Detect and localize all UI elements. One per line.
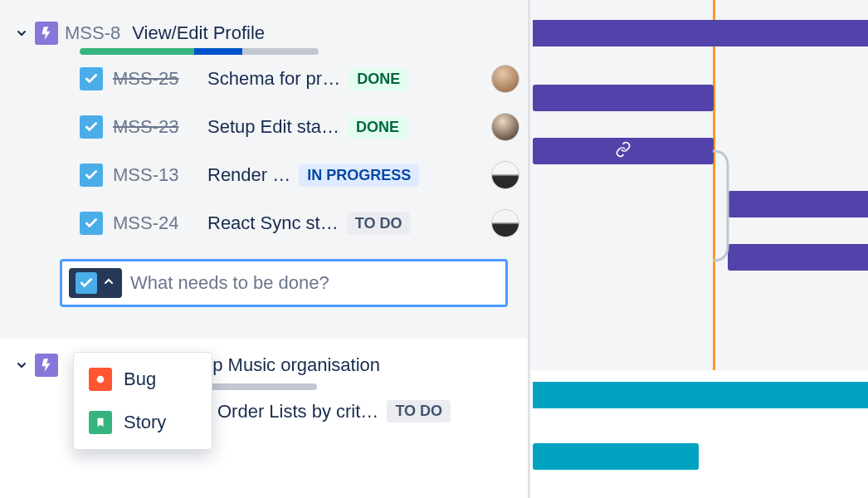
epic-icon [35, 22, 58, 45]
dropdown-item-bug[interactable]: Bug [74, 358, 212, 401]
dropdown-label: Story [124, 412, 166, 433]
bug-icon [89, 368, 112, 391]
issue-row[interactable]: MSS-23 Setup Edit sta… DONE [0, 103, 528, 151]
gantt-bar[interactable] [728, 191, 868, 217]
issue-title[interactable]: up Music organisation [202, 354, 380, 376]
expand-chevron-icon[interactable] [15, 359, 28, 372]
status-badge[interactable]: DONE [348, 116, 407, 139]
progress-bar [209, 383, 317, 390]
gantt-bar[interactable] [533, 138, 714, 164]
issue-key[interactable]: MSS-25 [113, 68, 193, 90]
issue-title[interactable]: View/Edit Profile [132, 22, 265, 44]
task-icon [80, 67, 103, 90]
gantt-bar[interactable] [533, 443, 699, 470]
gantt-bar[interactable] [728, 244, 868, 271]
epic-row[interactable]: MSS-8 View/Edit Profile [0, 17, 528, 50]
dependency-line [711, 149, 736, 262]
status-badge[interactable]: DONE [349, 68, 408, 90]
issue-title[interactable]: Order Lists by crit… [217, 401, 378, 422]
progress-bar [80, 48, 319, 55]
gantt-bar-epic[interactable] [533, 20, 868, 46]
status-badge[interactable]: TO DO [387, 400, 451, 422]
issue-type-dropdown[interactable]: Bug Story [73, 352, 212, 450]
progress-inprogress [194, 48, 242, 55]
progress-done [80, 48, 194, 55]
issue-row[interactable]: MSS-25 Schema for pr… DONE [0, 55, 528, 103]
issue-summary-input[interactable] [130, 272, 499, 294]
issue-row[interactable]: MSS-13 Render … IN PROGRESS [0, 151, 528, 199]
gantt-bar[interactable] [533, 85, 714, 111]
assignee-avatar[interactable] [491, 65, 519, 93]
dropdown-label: Bug [124, 369, 156, 390]
issue-title[interactable]: Schema for pr… [207, 68, 340, 90]
issue-key[interactable]: MSS-23 [113, 116, 193, 138]
progress-todo [242, 48, 319, 55]
task-icon [80, 164, 103, 187]
issue-key[interactable]: MSS-24 [113, 212, 193, 234]
status-badge[interactable]: IN PROGRESS [299, 164, 419, 187]
assignee-avatar[interactable] [491, 209, 519, 237]
progress-todo [209, 383, 317, 390]
story-icon [89, 411, 112, 434]
svg-point-0 [97, 376, 105, 383]
issue-title[interactable]: Setup Edit sta… [207, 116, 339, 138]
issue-title[interactable]: Render … [207, 164, 290, 186]
assignee-avatar[interactable] [491, 161, 519, 189]
expand-chevron-icon[interactable] [15, 27, 28, 40]
issue-title[interactable]: React Sync st… [207, 212, 339, 234]
assignee-avatar[interactable] [491, 113, 519, 141]
dropdown-item-story[interactable]: Story [74, 401, 212, 444]
issue-type-selector[interactable] [69, 268, 122, 298]
chevron-up-icon [102, 275, 115, 291]
link-icon [615, 141, 631, 161]
timeline-panel[interactable] [528, 0, 868, 498]
status-badge[interactable]: TO DO [347, 212, 411, 235]
task-icon [80, 115, 103, 139]
task-icon [80, 212, 103, 235]
issue-row[interactable]: MSS-24 React Sync st… TO DO [0, 199, 528, 247]
task-icon [76, 272, 97, 294]
create-issue-input-row[interactable] [60, 259, 508, 307]
issue-key[interactable]: MSS-8 [65, 22, 120, 44]
gantt-bar-epic[interactable] [533, 382, 868, 408]
issue-key[interactable]: MSS-13 [113, 164, 193, 186]
epic-icon [35, 354, 58, 377]
